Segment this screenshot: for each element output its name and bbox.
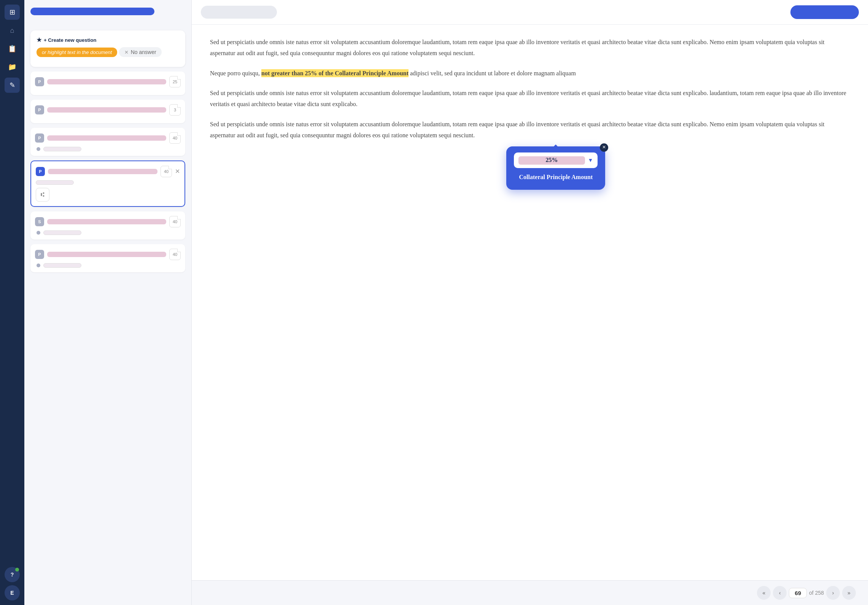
sidebar-icon-folder[interactable]: 📁 [5,59,20,75]
doc-text-after-highlight-1: adipisci velit, sed qu [409,70,460,76]
q-page-5: 40 [169,216,181,227]
highlight-pill[interactable]: or highlight text in the document [37,48,117,57]
tooltip-close-icon: ✕ [602,143,606,152]
doc-text-before-highlight: Neque porro quisqu, [210,70,261,76]
q-bar-5 [47,219,166,224]
q-circle-3 [37,147,40,151]
sidebar-icon-document[interactable]: 📋 [5,41,20,56]
q-page-6: 40 [169,249,181,260]
q-circle-6 [37,264,40,267]
doc-para-1: Sed ut perspiciatis unde omnis iste natu… [210,37,850,59]
sidebar-icon-edit[interactable]: ✎ [5,78,20,93]
q-small-bar-4 [36,180,74,185]
pagination-footer: « ‹ 69 of 258 › » [192,580,868,605]
q-page-2: 3 [169,104,181,116]
q-badge-5: S [35,217,44,226]
main-header [192,0,868,25]
help-label: ? [11,572,14,578]
home-icon: ⌂ [10,27,14,35]
q-bar-3 [47,135,166,141]
tooltip-label: Collateral Principle Amount [514,172,598,183]
q-badge-3: P [35,133,44,143]
folder-icon: 📁 [8,63,16,71]
question-list: P 25 P 3 P 40 [24,71,191,272]
doc-para-3: Sed ut perspiciatis unde omnis iste natu… [210,88,850,110]
grid-icon: ⊞ [10,8,15,16]
question-item-5[interactable]: S 40 [30,211,185,240]
first-page-button[interactable]: « [757,586,771,600]
left-panel-header [24,0,191,26]
q-small-bar-6 [43,263,81,268]
tooltip-close-button[interactable]: ✕ [600,143,608,152]
page-of-label: of 258 [809,590,824,596]
q-badge-1: P [35,77,44,86]
left-panel: ★ + Create new question or highlight tex… [24,0,192,605]
main-content: Sed ut perspiciatis unde omnis iste natu… [192,0,868,605]
clipboard-icon: 📋 [8,44,16,53]
question-item-6[interactable]: P 40 [30,244,185,272]
tooltip-dropdown-arrow[interactable]: ▼ [588,156,593,165]
no-answer-badge[interactable]: ✕ No answer [119,47,162,57]
tooltip-select-bar: 25% [518,156,585,165]
user-label: E [10,590,14,596]
q-badge-4: P [36,167,45,176]
star-icon: ★ [37,37,41,43]
close-icon: ✕ [124,49,129,55]
next-page-button[interactable]: › [826,586,840,600]
q-small-bar-5 [43,230,81,235]
doc-para-4: Sed ut perspiciatis unde omnis iste natu… [210,119,850,141]
question-item-2[interactable]: P 3 [30,100,185,123]
create-question-title: ★ + Create new question [37,37,179,43]
top-action-button[interactable] [30,8,154,15]
q-page-1: 25 [169,76,181,87]
q-link-icon-4[interactable]: ⑆ [36,188,49,202]
sidebar: ⊞ ⌂ 📋 📁 ✎ ? E [0,0,24,605]
q-page-3: 40 [169,132,181,144]
q-bar-2 [47,107,166,113]
highlighted-phrase[interactable]: not greater than 25% of the Collateral P… [261,69,409,77]
q-badge-6: P [35,250,44,259]
q-circle-5 [37,231,40,235]
q-badge-2: P [35,105,44,114]
prev-page-button[interactable]: ‹ [773,586,787,600]
doc-para-2: Neque porro quisqu, not greater than 25%… [210,68,850,79]
q-close-4[interactable]: ✕ [175,168,180,175]
last-page-button[interactable]: » [842,586,856,600]
q-small-bar-3 [43,147,81,151]
doc-title-pill [201,6,277,19]
q-bar-1 [47,79,166,84]
question-item-4[interactable]: P 40 ✕ ⑆ [30,160,185,207]
sidebar-icon-home[interactable]: ⌂ [5,23,20,38]
user-badge[interactable]: E [5,585,20,600]
status-dot [15,568,19,572]
main-action-button[interactable] [790,5,859,19]
doc-text-after-highlight-2: ra incidunt ut labore et dolore magnam a… [460,70,576,76]
tooltip-select-container: 25% ▼ [514,152,598,168]
tooltip-popup: ✕ 25% ▼ Collateral Principle Amount [506,146,605,190]
create-question-box: ★ + Create new question or highlight tex… [30,30,185,67]
question-item-1[interactable]: P 25 [30,71,185,95]
document-body: Sed ut perspiciatis unde omnis iste natu… [192,25,868,580]
current-page: 69 [789,588,807,598]
edit-icon: ✎ [10,81,15,89]
sidebar-icon-grid[interactable]: ⊞ [5,5,20,20]
help-badge[interactable]: ? [5,567,20,582]
link-icon: ⑆ [41,191,45,198]
q-bar-4 [48,169,157,174]
question-item-3[interactable]: P 40 [30,128,185,156]
q-page-4: 40 [161,166,172,177]
q-bar-6 [47,252,166,257]
